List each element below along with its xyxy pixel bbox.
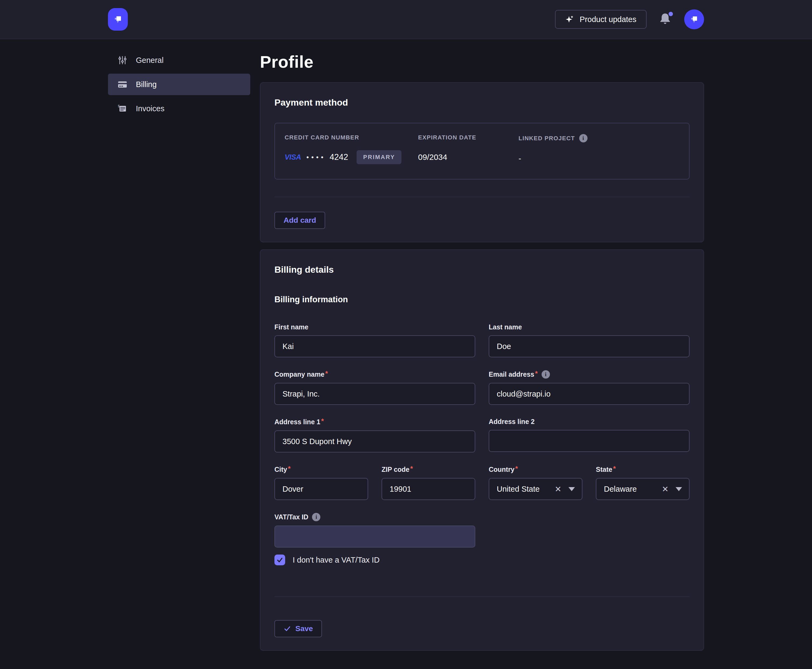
sidebar-item-label: General [136,56,164,65]
credit-card-row: CREDIT CARD NUMBER VISA •••• 4242 PRIMAR… [274,123,690,180]
address-line-2-field: Address line 2 [489,418,690,452]
city-input[interactable] [274,478,368,500]
email-address-label-text: Email address [489,370,534,378]
save-button-label: Save [295,624,313,633]
state-label: State* [596,466,690,474]
address-line-2-input[interactable] [489,430,690,452]
required-marker: * [515,464,518,473]
address-line-1-input[interactable] [274,430,475,452]
last-name-input[interactable] [489,335,690,357]
primary-badge: PRIMARY [357,150,401,164]
sparkle-icon [565,15,574,24]
settings-sidebar: General Billing $ Invo [108,49,250,651]
zip-code-label: ZIP code* [382,466,475,474]
last-name-label: Last name [489,323,690,331]
form-divider [274,597,690,597]
required-marker: * [321,417,324,425]
city-label-text: City [274,466,287,473]
product-updates-button[interactable]: Product updates [555,10,647,29]
city-field: City* [274,466,368,500]
vat-checkbox[interactable] [274,555,285,565]
main-content: Profile Payment method CREDIT CARD NUMBE… [260,49,704,651]
credit-card-number-header: CREDIT CARD NUMBER [285,134,418,141]
zip-code-field: ZIP code* [382,466,475,500]
email-info-icon[interactable]: i [542,370,550,378]
payment-divider [274,197,690,197]
email-address-label: Email address* i [489,370,690,378]
save-button[interactable]: Save [274,620,322,637]
sidebar-item-label: Invoices [136,104,164,113]
vat-info-icon[interactable]: i [312,513,320,521]
first-name-input[interactable] [274,335,475,357]
required-marker: * [410,464,413,473]
product-updates-label: Product updates [580,15,636,24]
first-name-label: First name [274,323,475,331]
credit-card-number-column: CREDIT CARD NUMBER VISA •••• 4242 PRIMAR… [285,134,418,165]
linked-project-header: LINKED PROJECT i [518,134,679,143]
linked-project-info-icon[interactable]: i [579,134,587,143]
sidebar-item-general[interactable]: General [108,49,250,71]
vat-field: VAT/Tax ID i [274,513,475,548]
required-marker: * [613,464,616,473]
linked-project-header-text: LINKED PROJECT [518,135,575,142]
country-clear-icon[interactable]: ✕ [555,484,562,494]
city-label: City* [274,466,368,474]
masked-digits: •••• [306,153,326,161]
state-field: State* Delaware ✕ [596,466,690,500]
content-container: General Billing $ Invo [108,39,704,651]
country-caret-icon[interactable] [569,487,575,491]
billing-information-title: Billing information [274,295,690,304]
country-field: Country* United State ✕ [489,466,582,500]
credit-card-icon [117,79,128,90]
sidebar-item-invoices[interactable]: $ Invoices [108,98,250,119]
country-label: Country* [489,466,582,474]
zip-code-input[interactable] [382,478,475,500]
notifications-button[interactable] [659,12,672,26]
vat-checkbox-label[interactable]: I don't have a VAT/Tax ID [293,556,380,565]
svg-text:$: $ [118,104,120,108]
state-select[interactable]: Delaware ✕ [596,478,690,500]
sliders-icon [117,55,128,66]
sidebar-item-billing[interactable]: Billing [108,74,250,95]
credit-card-number-value: VISA •••• 4242 PRIMARY [285,150,418,164]
linked-project-value: - [518,151,679,165]
billing-form: First name Last name Comp [274,323,690,637]
add-card-button[interactable]: Add card [274,212,325,229]
required-marker: * [288,464,290,473]
vat-label-text: VAT/Tax ID [274,513,308,521]
required-marker: * [535,370,538,378]
country-value: United State [497,485,555,494]
first-name-field: First name [274,323,475,357]
sidebar-item-label: Billing [136,80,156,89]
last-name-label-text: Last name [489,323,522,331]
expiration-value: 09/2034 [418,150,518,164]
invoice-icon: $ [117,103,128,114]
address-line-1-field: Address line 1* [274,418,475,452]
save-check-icon [284,625,291,632]
address-line-1-label-text: Address line 1 [274,418,320,426]
last-name-field: Last name [489,323,690,357]
card-last4: 4242 [329,152,348,162]
state-clear-icon[interactable]: ✕ [662,484,669,494]
zip-code-label-text: ZIP code [382,466,409,473]
vat-input[interactable] [274,526,475,548]
vat-checkbox-row: I don't have a VAT/Tax ID [274,555,690,565]
user-avatar[interactable] [684,9,704,29]
country-select[interactable]: United State ✕ [489,478,582,500]
page-title: Profile [260,52,704,71]
visa-logo: VISA [285,153,301,161]
billing-details-title: Billing details [274,264,690,275]
state-label-text: State [596,466,612,473]
payment-method-title: Payment method [274,97,690,108]
state-caret-icon[interactable] [676,487,682,491]
company-name-input[interactable] [274,383,475,405]
first-name-label-text: First name [274,323,308,331]
email-address-input[interactable] [489,383,690,405]
strapi-logo[interactable] [108,8,128,30]
company-name-label-text: Company name [274,370,324,378]
header-actions: Product updates [555,9,704,29]
payment-method-card: Payment method CREDIT CARD NUMBER VISA •… [260,82,704,242]
address-line-1-label: Address line 1* [274,418,475,426]
address-line-2-label-text: Address line 2 [489,418,535,425]
company-name-field: Company name* [274,370,475,405]
